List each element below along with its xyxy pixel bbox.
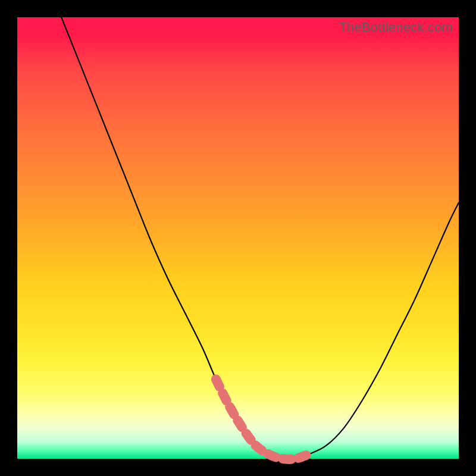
- plot-area: TheBottleneck.com: [17, 17, 459, 459]
- curve-layer: [17, 17, 459, 459]
- bottleneck-curve: [61, 17, 459, 459]
- bottleneck-curve-optimal-range: [216, 379, 309, 459]
- chart-frame: TheBottleneck.com: [0, 0, 476, 476]
